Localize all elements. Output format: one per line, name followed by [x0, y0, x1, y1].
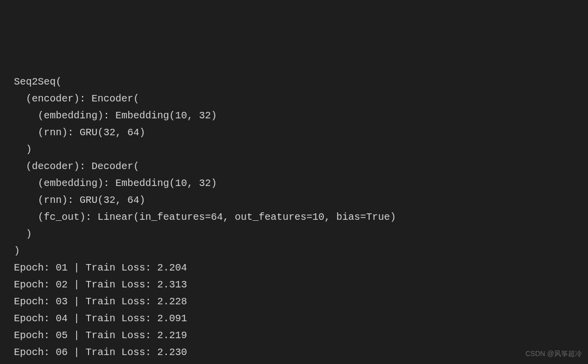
epoch-line: Epoch: 04 | Train Loss: 2.091 [14, 310, 574, 327]
model-line: ) [14, 141, 574, 158]
epoch-line: Epoch: 03 | Train Loss: 2.228 [14, 293, 574, 310]
epoch-line: Epoch: 07 | Train Loss: 2.315 [14, 361, 574, 364]
model-line: (fc_out): Linear(in_features=64, out_fea… [14, 209, 574, 226]
epoch-line: Epoch: 01 | Train Loss: 2.204 [14, 260, 574, 276]
epoch-line: Epoch: 05 | Train Loss: 2.219 [14, 327, 574, 344]
model-line: ) [14, 226, 574, 243]
epoch-line: Epoch: 06 | Train Loss: 2.230 [14, 344, 574, 361]
model-line: (rnn): GRU(32, 64) [14, 192, 574, 209]
console-output: Seq2Seq( (encoder): Encoder( (embedding)… [14, 74, 574, 364]
watermark-text: CSDN @风筝超冷 [525, 348, 582, 360]
model-line: ) [14, 243, 574, 260]
model-line: (decoder): Decoder( [14, 158, 574, 175]
model-line: (embedding): Embedding(10, 32) [14, 107, 574, 124]
model-line: Seq2Seq( [14, 74, 574, 91]
model-line: (encoder): Encoder( [14, 91, 574, 107]
epoch-line: Epoch: 02 | Train Loss: 2.313 [14, 276, 574, 293]
model-line: (embedding): Embedding(10, 32) [14, 175, 574, 192]
model-line: (rnn): GRU(32, 64) [14, 124, 574, 141]
